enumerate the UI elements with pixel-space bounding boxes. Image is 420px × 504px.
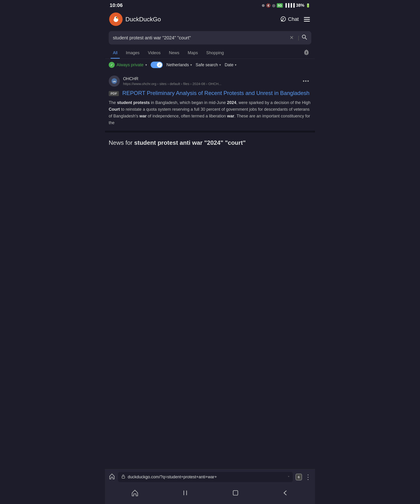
result-url: https://www.ohchr.org › sites › default … — [123, 82, 298, 86]
news-for-prefix: News for — [109, 139, 134, 146]
date-label: Date — [225, 63, 233, 67]
nav-home-button[interactable] — [127, 488, 143, 499]
nav-back-icon — [282, 490, 289, 496]
tab-news[interactable]: News — [165, 47, 183, 59]
browser-url-text: duckduckgo.com/?q=student+protest+anti+w… — [128, 474, 285, 480]
app-title: DuckDuckGo — [125, 16, 277, 23]
nav-home-icon — [131, 489, 138, 496]
news-for-query: student protest anti war "2024" "court" — [134, 139, 246, 146]
search-submit-button[interactable] — [302, 34, 307, 41]
battery-text: 38% — [296, 3, 304, 8]
tab-videos[interactable]: Videos — [144, 47, 165, 59]
nav-pause-button[interactable] — [177, 488, 193, 499]
result-snippet: The student protests in Bangladesh, whic… — [109, 99, 311, 126]
battery-icon: 🔋 — [306, 3, 310, 8]
tab-all[interactable]: All — [109, 47, 122, 59]
date-chevron-icon: ▾ — [235, 63, 237, 67]
toggle-container: ✓ — [151, 62, 163, 68]
result-title[interactable]: PDF REPORT Preliminary Analysis of Recen… — [109, 90, 311, 96]
date-filter[interactable]: Date ▾ — [225, 63, 237, 67]
browser-menu-button[interactable]: ⋮ — [305, 473, 311, 481]
result-more-button[interactable]: ••• — [301, 77, 311, 85]
search-bar: ✕ | — [109, 31, 311, 44]
header-right: Chat — [280, 16, 311, 23]
search-divider: | — [298, 35, 299, 41]
nav-square-icon — [232, 490, 239, 496]
nav-bar — [105, 485, 315, 504]
url-truncation-indicator: ⁺ — [288, 475, 290, 479]
tab-shopping[interactable]: Shopping — [202, 47, 228, 59]
always-private-filter[interactable]: ✓ Always private ▾ — [109, 62, 147, 68]
safe-search-filter[interactable]: Safe search ▾ — [196, 63, 221, 67]
result-card: UN OHCHR https://www.ohchr.org › sites ›… — [105, 71, 315, 132]
nav-square-button[interactable] — [228, 488, 243, 499]
app-logo[interactable] — [109, 12, 123, 26]
result-header: UN OHCHR https://www.ohchr.org › sites ›… — [109, 76, 311, 87]
lock-svg — [121, 474, 125, 479]
news-for-section: News for student protest anti war "2024"… — [105, 132, 315, 151]
nav-back-button[interactable] — [277, 488, 293, 499]
search-input[interactable] — [113, 35, 285, 41]
ohchr-logo-icon: UN — [111, 78, 117, 84]
chat-icon — [280, 16, 286, 22]
nav-pause-icon — [182, 489, 189, 496]
status-time: 10:06 — [110, 2, 123, 8]
browser-url-container[interactable]: duckduckgo.com/?q=student+protest+anti+w… — [118, 472, 293, 482]
menu-line-1 — [304, 17, 310, 18]
browser-address-bar: duckduckgo.com/?q=student+protest+anti+w… — [105, 469, 315, 485]
home-icon — [109, 473, 115, 480]
bluetooth-icon: ⊛ — [262, 3, 265, 8]
result-title-text: REPORT Preliminary Analysis of Recent Pr… — [122, 90, 310, 96]
svg-line-10 — [305, 38, 307, 39]
chat-button[interactable]: Chat — [280, 16, 299, 22]
header: DuckDuckGo Chat — [105, 10, 315, 28]
search-icon — [302, 34, 307, 40]
search-clear-button[interactable]: ✕ — [288, 34, 296, 41]
browser-bar: duckduckgo.com/?q=student+protest+anti+w… — [105, 469, 315, 504]
always-private-label: Always private — [117, 63, 143, 67]
svg-point-11 — [305, 51, 307, 53]
tab-maps[interactable]: Maps — [183, 47, 202, 59]
svg-rect-14 — [122, 476, 125, 478]
result-source: OHCHR https://www.ohchr.org › sites › de… — [123, 76, 298, 86]
svg-rect-17 — [233, 491, 238, 495]
toggle-check-icon: ✓ — [158, 63, 161, 67]
result-favicon: UN — [109, 76, 120, 87]
signal-icon: ▐▐▐▐ — [284, 3, 295, 7]
tabs-container: All Images Videos News Maps Shopping — [105, 47, 315, 59]
settings-button[interactable] — [302, 48, 311, 59]
browser-tabs-count: 6 — [298, 475, 300, 479]
mute-icon: 🔇 — [266, 3, 271, 8]
region-label: Netherlands — [166, 63, 189, 67]
lock-icon — [121, 474, 125, 480]
status-icons: ⊛ 🔇 ◎ 5G ▐▐▐▐ 38% 🔋 — [262, 3, 310, 8]
result-site-name: OHCHR — [123, 76, 298, 81]
region-filter[interactable]: Netherlands ▾ — [166, 63, 192, 67]
status-bar: 10:06 ⊛ 🔇 ◎ 5G ▐▐▐▐ 38% 🔋 — [105, 0, 315, 10]
chat-label: Chat — [288, 16, 299, 22]
browser-home-button[interactable] — [109, 473, 115, 481]
duck-logo-svg — [111, 15, 120, 24]
menu-line-2 — [304, 19, 310, 20]
svg-text:UN: UN — [113, 80, 116, 83]
region-toggle[interactable]: ✓ — [151, 62, 163, 68]
location-icon: ◎ — [272, 3, 275, 8]
svg-point-4 — [117, 17, 117, 18]
network-icon: 5G — [277, 3, 283, 8]
safe-search-label: Safe search — [196, 63, 218, 67]
region-chevron-icon: ▾ — [190, 63, 192, 67]
safe-search-chevron-icon: ▾ — [219, 63, 221, 67]
browser-tabs-button[interactable]: 6 — [296, 474, 302, 480]
logo-container[interactable] — [109, 12, 123, 26]
toggle-knob: ✓ — [157, 62, 162, 67]
tab-images[interactable]: Images — [122, 47, 144, 59]
news-for-title: News for student protest anti war "2024"… — [109, 139, 311, 147]
private-chevron-icon: ▾ — [145, 63, 147, 67]
main-content: UN OHCHR https://www.ohchr.org › sites ›… — [105, 71, 315, 151]
private-icon: ✓ — [109, 62, 115, 68]
search-container: ✕ | — [105, 28, 315, 47]
pdf-badge: PDF — [109, 91, 119, 96]
menu-line-3 — [304, 21, 310, 22]
settings-icon — [303, 49, 310, 55]
menu-button[interactable] — [303, 16, 311, 23]
